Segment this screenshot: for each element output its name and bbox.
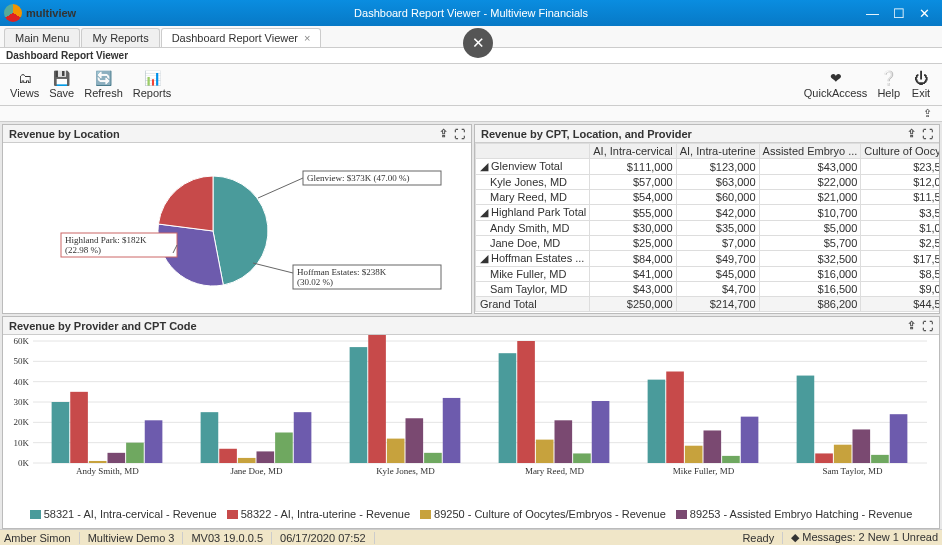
svg-text:Andy Smith, MD: Andy Smith, MD — [76, 466, 139, 476]
toolbar-label: Save — [49, 87, 74, 99]
save-button[interactable]: 💾Save — [45, 69, 78, 100]
expand-icon[interactable]: ⛶ — [922, 128, 933, 140]
toolbar-label: Views — [10, 87, 39, 99]
toolbar-label: Refresh — [84, 87, 123, 99]
views-button[interactable]: 🗂Views — [6, 69, 43, 100]
svg-line-2 — [258, 178, 303, 198]
tab-label: My Reports — [92, 32, 148, 44]
svg-rect-55 — [685, 446, 703, 463]
panel-revenue-by-cpt: Revenue by CPT, Location, and Provider⇪⛶… — [474, 124, 940, 314]
export-icon[interactable]: ⇪ — [907, 127, 916, 140]
svg-rect-43 — [424, 453, 442, 463]
svg-rect-65 — [890, 414, 908, 463]
svg-rect-34 — [238, 458, 256, 463]
svg-rect-26 — [70, 392, 88, 463]
svg-rect-50 — [573, 453, 591, 463]
svg-text:30K: 30K — [14, 397, 30, 407]
minimize-button[interactable]: — — [866, 6, 879, 21]
svg-rect-39 — [350, 347, 368, 463]
reports-button[interactable]: 📊Reports — [129, 69, 176, 100]
share-icon[interactable]: ⇪ — [923, 107, 932, 119]
svg-rect-29 — [126, 443, 144, 463]
expand-icon[interactable]: ⛶ — [454, 128, 465, 140]
tab-dashboard-report-viewer[interactable]: Dashboard Report Viewer× — [161, 28, 322, 47]
panel-title: Revenue by CPT, Location, and Provider — [481, 128, 692, 140]
logo-icon — [4, 4, 22, 22]
pie-chart: Glenview: $373K (47.00 %)Hoffman Estates… — [3, 143, 471, 313]
tab-my-reports[interactable]: My Reports — [81, 28, 159, 47]
svg-rect-64 — [871, 455, 889, 463]
app-logo: multiview — [4, 4, 76, 22]
maximize-button[interactable]: ☐ — [893, 6, 905, 21]
heart-icon: ❤ — [830, 70, 842, 86]
svg-rect-33 — [219, 449, 237, 463]
toolbar: 🗂Views 💾Save 🔄Refresh 📊Reports ❤QuickAcc… — [0, 64, 942, 106]
svg-text:Sam Taylor, MD: Sam Taylor, MD — [822, 466, 883, 476]
svg-rect-40 — [368, 335, 386, 463]
refresh-icon: 🔄 — [95, 70, 112, 86]
status-ready: Ready — [742, 532, 783, 544]
svg-rect-57 — [722, 456, 740, 463]
svg-rect-53 — [648, 380, 666, 463]
toolbar-label: Reports — [133, 87, 172, 99]
overlay-close-button[interactable]: ✕ — [463, 28, 493, 58]
svg-text:Mike Fuller, MD: Mike Fuller, MD — [673, 466, 735, 476]
svg-rect-36 — [275, 433, 293, 464]
bar-chart: 0K10K20K30K40K50K60KAndy Smith, MDJane D… — [3, 335, 939, 528]
svg-rect-28 — [108, 453, 126, 463]
svg-rect-42 — [406, 418, 424, 463]
pivot-table[interactable]: AI, Intra-cervicalAI, Intra-uterineAssis… — [475, 143, 939, 313]
export-icon[interactable]: ⇪ — [439, 127, 448, 140]
status-messages[interactable]: ◆ Messages: 2 New 1 Unread — [791, 531, 938, 544]
status-messages-text: Messages: 2 New 1 Unread — [802, 531, 938, 543]
svg-text:50K: 50K — [14, 356, 30, 366]
help-icon: ❔ — [880, 70, 897, 86]
exit-button[interactable]: ⏻Exit — [906, 69, 936, 100]
svg-text:Hoffman Estates: $238K: Hoffman Estates: $238K — [297, 267, 387, 277]
help-button[interactable]: ❔Help — [873, 69, 904, 100]
panel-revenue-by-provider: Revenue by Provider and CPT Code⇪⛶ 0K10K… — [2, 316, 940, 529]
expand-icon[interactable]: ⛶ — [922, 320, 933, 332]
share-row: ⇪ — [0, 106, 942, 122]
toolbar-label: Help — [877, 87, 900, 99]
svg-rect-47 — [517, 341, 535, 463]
panel-revenue-by-location: Revenue by Location⇪⛶ Glenview: $373K (4… — [2, 124, 472, 314]
svg-rect-51 — [592, 401, 610, 463]
svg-text:Kyle Jones, MD: Kyle Jones, MD — [376, 466, 435, 476]
status-date: 06/17/2020 07:52 — [280, 532, 375, 544]
svg-rect-27 — [89, 461, 107, 463]
svg-rect-41 — [387, 439, 405, 463]
tab-close-icon[interactable]: × — [304, 32, 310, 44]
toolbar-label: Exit — [912, 87, 930, 99]
svg-rect-44 — [443, 398, 461, 463]
svg-text:20K: 20K — [14, 417, 30, 427]
window-buttons: — ☐ ✕ — [866, 6, 938, 21]
tab-main-menu[interactable]: Main Menu — [4, 28, 80, 47]
views-icon: 🗂 — [18, 70, 32, 86]
exit-icon: ⏻ — [914, 70, 928, 86]
svg-rect-35 — [257, 451, 275, 463]
panel-title: Revenue by Location — [9, 128, 120, 140]
svg-text:10K: 10K — [14, 438, 30, 448]
quickaccess-button[interactable]: ❤QuickAccess — [800, 69, 872, 100]
save-icon: 💾 — [53, 70, 70, 86]
title-bar: multiview Dashboard Report Viewer - Mult… — [0, 0, 942, 26]
close-button[interactable]: ✕ — [919, 6, 930, 21]
status-bar: Amber Simon Multiview Demo 3 MV03 19.0.0… — [0, 529, 942, 545]
svg-rect-49 — [555, 420, 573, 463]
svg-rect-61 — [815, 453, 833, 463]
export-icon[interactable]: ⇪ — [907, 319, 916, 332]
svg-text:Mary Reed, MD: Mary Reed, MD — [525, 466, 585, 476]
reports-icon: 📊 — [144, 70, 161, 86]
tab-label: Dashboard Report Viewer — [172, 32, 298, 44]
svg-rect-54 — [666, 372, 684, 464]
svg-text:(30.02 %): (30.02 %) — [297, 277, 333, 287]
svg-rect-30 — [145, 420, 163, 463]
status-env: Multiview Demo 3 — [88, 532, 184, 544]
svg-line-6 — [253, 263, 293, 273]
svg-rect-48 — [536, 440, 554, 463]
refresh-button[interactable]: 🔄Refresh — [80, 69, 127, 100]
window-title: Dashboard Report Viewer - Multiview Fina… — [76, 7, 866, 19]
svg-text:60K: 60K — [14, 336, 30, 346]
tab-label: Main Menu — [15, 32, 69, 44]
